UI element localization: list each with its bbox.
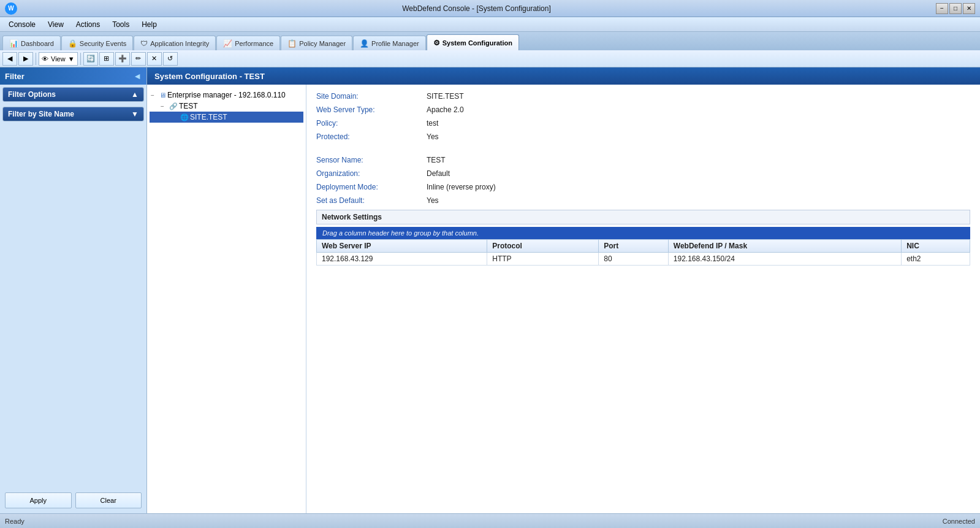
content-pane: System Configuration - TEST − 🖥 Enterpri… <box>147 67 980 513</box>
tab-profile-manager[interactable]: 👤 Profile Manager <box>353 36 426 50</box>
drag-hint: Drag a column header here to group by th… <box>316 227 970 239</box>
enterprise-toggle: − <box>151 92 158 99</box>
content-header: System Configuration - TEST <box>147 67 980 85</box>
view-icon: 👁 <box>42 55 48 63</box>
sidebar-collapse-icon[interactable]: ◄ <box>133 71 142 81</box>
value-set-default: Yes <box>427 196 439 205</box>
view-label: View <box>51 55 66 63</box>
value-organization: Default <box>427 169 450 178</box>
toolbar-btn-add[interactable]: ➕ <box>115 52 130 66</box>
th-web-server-ip[interactable]: Web Server IP <box>317 240 487 253</box>
status-bar: Ready Connected <box>0 513 980 528</box>
apply-button[interactable]: Apply <box>5 492 72 508</box>
td-nic: eth2 <box>902 253 970 266</box>
value-protected: Yes <box>427 132 439 141</box>
tab-application-integrity[interactable]: 🛡 Application Integrity <box>134 36 216 50</box>
toolbar-btn-grid[interactable]: ⊞ <box>99 52 114 66</box>
tab-performance[interactable]: 📈 Performance <box>216 36 280 50</box>
label-web-server-type: Web Server Type: <box>316 105 427 114</box>
profile-icon: 👤 <box>360 39 369 48</box>
detail-row-web-server-type: Web Server Type: Apache 2.0 <box>316 105 970 114</box>
tree-panel: − 🖥 Enterprise manager - 192.168.0.110 −… <box>147 85 306 513</box>
th-port[interactable]: Port <box>599 240 669 253</box>
status-left: Ready <box>5 518 25 525</box>
detail-row-set-default: Set as Default: Yes <box>316 196 970 205</box>
label-policy: Policy: <box>316 119 427 128</box>
detail-panel: Site Domain: SITE.TEST Web Server Type: … <box>306 85 980 513</box>
filter-options-chevron: ▲ <box>131 90 139 99</box>
detail-spacer-1 <box>316 146 970 156</box>
toolbar-btn-refresh[interactable]: 🔄 <box>83 52 98 66</box>
value-site-domain: SITE.TEST <box>427 92 464 101</box>
tab-system-configuration[interactable]: ⚙ System Configuration <box>427 34 519 50</box>
th-protocol[interactable]: Protocol <box>487 240 599 253</box>
site-test-toggle <box>172 114 179 121</box>
tab-security-events-label: Security Events <box>80 40 126 47</box>
toolbar-view-combo[interactable]: 👁 View ▼ <box>39 52 78 66</box>
status-right: Connected <box>943 518 975 525</box>
filter-options-label: Filter Options <box>8 90 56 99</box>
enterprise-label: Enterprise manager - 192.168.0.110 <box>167 91 286 99</box>
value-web-server-type: Apache 2.0 <box>427 105 464 114</box>
dashboard-icon: 📊 <box>9 39 18 48</box>
security-events-icon: 🔒 <box>68 39 77 48</box>
performance-icon: 📈 <box>223 39 232 48</box>
filter-site-chevron: ▼ <box>131 110 139 118</box>
minimize-button[interactable]: − <box>936 3 948 14</box>
filter-site-label: Filter by Site Name <box>8 110 74 118</box>
menu-tools[interactable]: Tools <box>106 19 135 30</box>
app-integrity-icon: 🛡 <box>140 39 148 48</box>
main-content: Filter ◄ Filter Options ▲ Filter by Site… <box>0 67 980 513</box>
toolbar-btn-edit[interactable]: ✏ <box>131 52 146 66</box>
td-protocol: HTTP <box>487 253 599 266</box>
menu-bar: Console View Actions Tools Help <box>0 17 980 32</box>
value-sensor-name: TEST <box>427 156 446 164</box>
filter-site-header[interactable]: Filter by Site Name ▼ <box>3 107 143 121</box>
maximize-button[interactable]: □ <box>949 3 962 14</box>
filter-site-section: Filter by Site Name ▼ <box>2 107 144 121</box>
menu-view[interactable]: View <box>42 19 70 30</box>
filter-options-header[interactable]: Filter Options ▲ <box>3 88 143 101</box>
detail-row-policy: Policy: test <box>316 119 970 128</box>
policy-icon: 📋 <box>287 39 297 48</box>
test-toggle: − <box>161 103 168 110</box>
label-deployment-mode: Deployment Mode: <box>316 183 427 191</box>
tab-security-events[interactable]: 🔒 Security Events <box>61 36 133 50</box>
th-webdefend-ip-mask[interactable]: WebDefend IP / Mask <box>668 240 901 253</box>
clear-button[interactable]: Clear <box>75 492 142 508</box>
tree-item-enterprise[interactable]: − 🖥 Enterprise manager - 192.168.0.110 <box>150 90 303 101</box>
tab-bar: 📊 Dashboard 🔒 Security Events 🛡 Applicat… <box>0 32 980 50</box>
tree-item-site-test[interactable]: 🌐 SITE.TEST <box>150 112 303 123</box>
label-sensor-name: Sensor Name: <box>316 156 427 164</box>
detail-row-organization: Organization: Default <box>316 169 970 178</box>
label-organization: Organization: <box>316 169 427 178</box>
network-table-header-row: Web Server IP Protocol Port WebDefend IP… <box>317 240 970 253</box>
toolbar-btn-forward[interactable]: ▶ <box>18 52 33 66</box>
tab-dashboard[interactable]: 📊 Dashboard <box>2 36 61 50</box>
network-table: Web Server IP Protocol Port WebDefend IP… <box>316 239 970 266</box>
value-policy: test <box>427 119 438 128</box>
tab-policy-manager[interactable]: 📋 Policy Manager <box>281 36 352 50</box>
network-settings-section: Network Settings Drag a column header he… <box>316 210 970 266</box>
view-dropdown-icon: ▼ <box>68 55 75 63</box>
close-button[interactable]: ✕ <box>963 3 975 14</box>
th-nic[interactable]: NIC <box>902 240 970 253</box>
toolbar-btn-delete[interactable]: ✕ <box>147 52 162 66</box>
menu-actions[interactable]: Actions <box>70 19 106 30</box>
toolbar-btn-reset[interactable]: ↺ <box>163 52 178 66</box>
menu-help[interactable]: Help <box>135 19 163 30</box>
detail-row-sensor-name: Sensor Name: TEST <box>316 156 970 164</box>
content-title: System Configuration - TEST <box>154 72 265 81</box>
tab-profile-manager-label: Profile Manager <box>371 40 419 47</box>
title-bar-controls: − □ ✕ <box>936 3 975 14</box>
title-bar-text: WebDefend Console - [System Configuratio… <box>17 4 936 13</box>
detail-row-protected: Protected: Yes <box>316 132 970 141</box>
tab-system-configuration-label: System Configuration <box>443 39 512 47</box>
tab-policy-manager-label: Policy Manager <box>299 40 346 47</box>
menu-console[interactable]: Console <box>2 19 42 30</box>
label-site-domain: Site Domain: <box>316 92 427 101</box>
site-test-label: SITE.TEST <box>190 113 227 121</box>
toolbar: ◀ ▶ 👁 View ▼ 🔄 ⊞ ➕ ✏ ✕ ↺ <box>0 50 980 67</box>
toolbar-btn-back[interactable]: ◀ <box>2 52 17 66</box>
tree-item-test[interactable]: − 🔗 TEST <box>150 101 303 112</box>
